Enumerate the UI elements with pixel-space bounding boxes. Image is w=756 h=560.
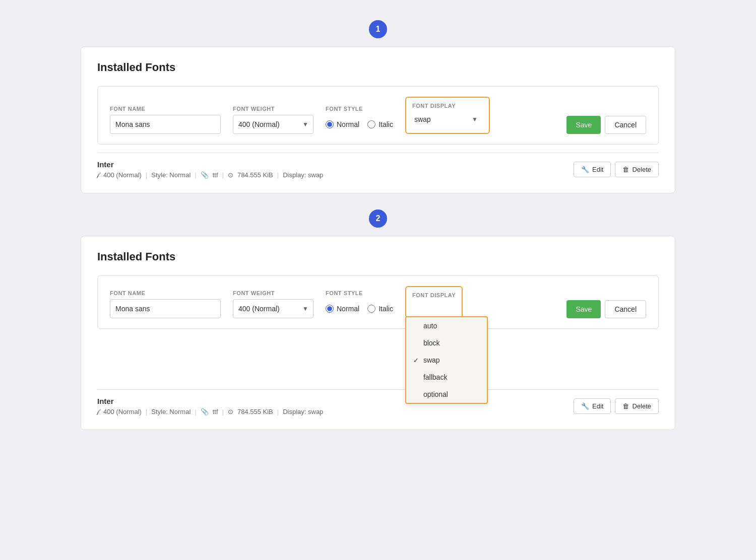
font-meta-icon-1: 𝒻 <box>97 171 99 179</box>
font-display-field-2: FONT DISPLAY auto block ✓ swap <box>405 286 463 318</box>
font-meta-circle-1: ⊙ <box>228 171 233 179</box>
font-name-input-1[interactable] <box>110 115 221 134</box>
form-area-1: FONT NAME FONT WEIGHT 400 (Normal) 100 (… <box>97 86 659 145</box>
font-weight-select-1[interactable]: 400 (Normal) 100 (Thin) 700 (Bold) <box>233 115 313 134</box>
dropdown-option-auto: auto <box>423 322 437 330</box>
font-meta-circle-2: ⊙ <box>228 408 233 415</box>
font-style-normal-text-2: Normal <box>337 305 359 313</box>
meta-divider-3: | <box>222 171 224 179</box>
edit-label-2: Edit <box>592 402 603 410</box>
dropdown-item-fallback[interactable]: fallback <box>406 369 487 386</box>
edit-button-2[interactable]: 🔧 Edit <box>574 398 611 414</box>
dropdown-option-swap: swap <box>423 356 440 364</box>
form-row-2: FONT NAME FONT WEIGHT 400 (Normal) ▼ FON… <box>110 286 646 318</box>
font-display-select-wrapper-1: auto block swap fallback optional ▼ <box>412 111 483 128</box>
font-meta-size-1: 784.555 KiB <box>237 171 273 179</box>
panel-2: Installed Fonts FONT NAME FONT WEIGHT 40… <box>81 236 675 430</box>
font-style-normal-label-2[interactable]: Normal <box>326 305 359 313</box>
font-name-input-2[interactable] <box>110 299 221 318</box>
font-display-label-1: FONT DISPLAY <box>412 103 483 109</box>
form-area-2: FONT NAME FONT WEIGHT 400 (Normal) ▼ FON… <box>97 275 659 329</box>
wrench-icon-2: 🔧 <box>581 402 589 410</box>
font-row-2: Inter 𝒻 400 (Normal) | Style: Normal | 📎… <box>97 389 659 415</box>
checkmark-swap: ✓ <box>413 357 419 364</box>
font-meta-1: 𝒻 400 (Normal) | Style: Normal | 📎 ttf |… <box>97 171 323 179</box>
trash-icon-1: 🗑 <box>622 166 629 173</box>
form-row-1: FONT NAME FONT WEIGHT 400 (Normal) 100 (… <box>110 97 646 134</box>
font-style-italic-radio-1[interactable] <box>367 120 375 128</box>
dropdown-item-swap[interactable]: ✓ swap <box>406 352 487 369</box>
font-meta-display-2: Display: swap <box>283 408 323 415</box>
font-row-1: Inter 𝒻 400 (Normal) | Style: Normal | 📎… <box>97 153 659 179</box>
font-name-display-1: Inter <box>97 160 323 169</box>
font-weight-select-2[interactable]: 400 (Normal) <box>233 299 313 318</box>
font-meta-weight-2: 400 (Normal) <box>103 408 142 415</box>
action-buttons-2: Save Cancel <box>566 300 646 318</box>
font-style-normal-radio-2[interactable] <box>326 305 334 313</box>
font-meta-weight-1: 400 (Normal) <box>103 171 142 179</box>
font-display-dropdown-2: auto block ✓ swap fallback <box>405 316 488 404</box>
font-weight-group-1: FONT WEIGHT 400 (Normal) 100 (Thin) 700 … <box>233 106 313 134</box>
font-weight-select-wrapper-2: 400 (Normal) ▼ <box>233 299 313 318</box>
font-style-italic-label-2[interactable]: Italic <box>367 305 393 313</box>
meta-divider-2: | <box>195 171 196 179</box>
font-display-select-1[interactable]: auto block swap fallback optional <box>412 111 483 128</box>
font-style-normal-radio-1[interactable] <box>326 120 334 128</box>
font-style-label-1: FONT STYLE <box>326 106 393 112</box>
cancel-button-2[interactable]: Cancel <box>605 300 646 318</box>
panel-2-title: Installed Fonts <box>97 250 659 263</box>
save-button-2[interactable]: Save <box>566 300 601 318</box>
font-name-display-2: Inter <box>97 397 323 405</box>
delete-label-2: Delete <box>632 402 651 410</box>
font-display-field-1: FONT DISPLAY auto block swap fallback op… <box>405 97 490 134</box>
dropdown-item-auto[interactable]: auto <box>406 317 487 334</box>
font-meta-2: 𝒻 400 (Normal) | Style: Normal | 📎 ttf |… <box>97 407 323 415</box>
dropdown-option-fallback: fallback <box>423 373 447 381</box>
font-meta-style-2: Style: Normal <box>151 408 191 415</box>
font-style-normal-label-1[interactable]: Normal <box>326 120 359 128</box>
dropdown-option-optional: optional <box>423 390 448 398</box>
font-name-label-2: FONT NAME <box>110 290 221 296</box>
font-style-italic-radio-2[interactable] <box>367 305 375 313</box>
delete-button-2[interactable]: 🗑 Delete <box>615 398 659 414</box>
dropdown-item-optional[interactable]: optional <box>406 386 487 403</box>
font-style-group-2: FONT STYLE Normal Italic <box>326 290 393 318</box>
font-meta-format-1: ttf <box>213 171 218 179</box>
font-style-radio-group-2: Normal Italic <box>326 299 393 318</box>
panel-1: Installed Fonts FONT NAME FONT WEIGHT 40… <box>81 46 675 193</box>
font-name-group-2: FONT NAME <box>110 290 221 318</box>
dropdown-item-block[interactable]: block <box>406 334 487 352</box>
edit-button-1[interactable]: 🔧 Edit <box>574 162 611 177</box>
font-meta-clip-1: 📎 <box>201 171 209 179</box>
font-display-collapsed-2 <box>412 298 456 312</box>
step-badge-1: 1 <box>369 20 387 38</box>
font-meta-style-1: Style: Normal <box>151 171 191 179</box>
step-badge-2: 2 <box>369 209 387 228</box>
font-style-label-2: FONT STYLE <box>326 290 393 296</box>
font-meta-clip-2: 📎 <box>201 408 209 415</box>
font-meta-icon-2: 𝒻 <box>97 407 99 415</box>
font-style-italic-label-1[interactable]: Italic <box>367 120 393 128</box>
font-name-label-1: FONT NAME <box>110 106 221 112</box>
edit-label-1: Edit <box>592 166 603 173</box>
font-meta-size-2: 784.555 KiB <box>237 408 273 415</box>
dropdown-option-block: block <box>423 339 440 347</box>
meta-divider-7: | <box>222 408 224 415</box>
font-weight-label-2: FONT WEIGHT <box>233 290 313 296</box>
cancel-button-1[interactable]: Cancel <box>605 116 646 134</box>
font-meta-format-2: ttf <box>213 408 218 415</box>
font-name-group-1: FONT NAME <box>110 106 221 134</box>
font-info-1: Inter 𝒻 400 (Normal) | Style: Normal | 📎… <box>97 160 323 179</box>
font-style-group-1: FONT STYLE Normal Italic <box>326 106 393 134</box>
font-meta-display-1: Display: swap <box>283 171 323 179</box>
save-button-1[interactable]: Save <box>566 116 601 134</box>
font-action-buttons-1: 🔧 Edit 🗑 Delete <box>574 162 659 177</box>
wrench-icon-1: 🔧 <box>581 166 589 173</box>
font-display-label-2: FONT DISPLAY <box>412 292 456 298</box>
delete-button-1[interactable]: 🗑 Delete <box>615 162 659 177</box>
meta-divider-8: | <box>277 408 279 415</box>
font-action-buttons-2: 🔧 Edit 🗑 Delete <box>574 398 659 414</box>
action-buttons-1: Save Cancel <box>566 116 646 134</box>
font-info-2: Inter 𝒻 400 (Normal) | Style: Normal | 📎… <box>97 397 323 415</box>
font-weight-label-1: FONT WEIGHT <box>233 106 313 112</box>
